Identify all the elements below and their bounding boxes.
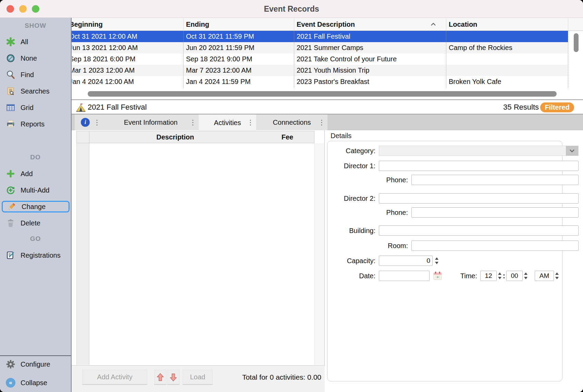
table-row[interactable]: Mar 1 2023 12:00 AM Mar 7 2023 12:00 AM … xyxy=(72,65,568,76)
sidebar-item-add[interactable]: Add xyxy=(0,168,71,180)
record-status-bar: 2021 Fall Festival 35 Results Filtered xyxy=(72,101,583,114)
load-button[interactable]: Load xyxy=(183,370,213,385)
horizontal-scrollbar-thumb[interactable] xyxy=(88,91,557,97)
cell-ending: Jan 4 2024 11:59 PM xyxy=(186,76,294,87)
cell-beginning: Jan 4 2024 12:00 AM xyxy=(72,76,183,87)
sidebar-item-label: Change xyxy=(22,203,46,211)
collapse-chevrons-icon: « xyxy=(5,378,16,388)
details-group-box: Category: Director 1: Phone: Director 2: xyxy=(327,141,562,381)
tab-activities[interactable]: Activities ⋮ xyxy=(199,114,256,131)
director2-field[interactable] xyxy=(379,193,579,204)
move-up-button[interactable] xyxy=(154,370,166,385)
results-count: 35 Results xyxy=(498,101,539,114)
cell-beginning: Sep 18 2021 6:00 PM xyxy=(72,53,183,65)
section-show: SHOW xyxy=(0,22,71,29)
time-hour-field[interactable] xyxy=(480,271,497,281)
director1-phone-row: Phone: xyxy=(327,175,562,185)
kebab-menu-icon[interactable]: ⋮ xyxy=(318,114,325,130)
cell-location: Broken Yolk Cafe xyxy=(449,76,567,87)
category-row: Category: xyxy=(327,146,562,156)
table-row[interactable]: Oct 31 2021 12:00 AM Oct 31 2021 11:59 P… xyxy=(72,31,568,42)
director1-phone-field[interactable] xyxy=(411,175,579,185)
sidebar-item-label: Registrations xyxy=(21,252,61,259)
sidebar-item-collapse[interactable]: « Collapse xyxy=(0,377,71,389)
sidebar-item-multi-add[interactable]: Multi-Add xyxy=(0,184,71,196)
cell-ending: Sep 18 2021 9:00 PM xyxy=(186,53,294,65)
capacity-field[interactable] xyxy=(379,256,433,266)
phone-label: Phone: xyxy=(331,207,408,218)
column-header-location[interactable]: Location xyxy=(449,18,477,31)
filtered-badge[interactable]: Filtered xyxy=(540,102,574,112)
time-minute-field[interactable] xyxy=(506,271,523,281)
capacity-stepper[interactable] xyxy=(434,256,439,265)
sidebar-item-label: Searches xyxy=(21,87,50,95)
column-header-fee[interactable]: Fee xyxy=(261,131,314,143)
column-header-event-description[interactable]: Event Description xyxy=(297,18,355,31)
sidebar-item-label: Configure xyxy=(21,360,50,368)
cell-ending: Oct 31 2021 11:59 PM xyxy=(186,31,294,42)
column-header-description[interactable]: Description xyxy=(90,131,261,143)
kebab-menu-icon[interactable]: ⋮ xyxy=(247,114,254,130)
category-dropdown[interactable] xyxy=(379,146,579,156)
cell-description: 2021 Take Control of your Future xyxy=(297,53,444,65)
tab-event-information[interactable]: Event Information ⋮ xyxy=(103,114,199,130)
search-icon xyxy=(5,70,16,79)
sidebar-item-reports[interactable]: Reports xyxy=(0,118,71,130)
grid-icon xyxy=(5,103,16,112)
move-down-button[interactable] xyxy=(167,370,179,385)
time-ampm-field[interactable] xyxy=(535,271,554,281)
date-label: Date: xyxy=(331,271,375,281)
minute-stepper[interactable] xyxy=(523,271,528,280)
activities-gutter-column xyxy=(76,143,89,365)
tab-label: Connections xyxy=(273,119,311,126)
hour-stepper[interactable] xyxy=(497,271,502,280)
calendar-icon[interactable] xyxy=(433,271,443,281)
activities-scrollbar-track[interactable] xyxy=(314,143,324,365)
sidebar-item-none[interactable]: None xyxy=(0,52,71,64)
sidebar-item-delete[interactable]: Delete xyxy=(0,217,71,229)
cell-location: Camp of the Rockies xyxy=(449,42,567,53)
sidebar-item-all[interactable]: All xyxy=(0,36,71,48)
sidebar-item-configure[interactable]: Configure xyxy=(0,358,71,370)
table-row[interactable]: Sep 18 2021 6:00 PM Sep 18 2021 9:00 PM … xyxy=(72,53,568,65)
capacity-label: Capacity: xyxy=(331,256,375,266)
sidebar-item-label: Collapse xyxy=(21,379,47,387)
kebab-menu-icon[interactable]: ⋮ xyxy=(94,114,100,130)
room-field[interactable] xyxy=(411,241,579,251)
ampm-stepper[interactable] xyxy=(555,271,559,280)
table-row[interactable]: Jun 13 2021 12:00 AM Jun 20 2021 11:59 P… xyxy=(72,42,568,53)
vertical-scrollbar-thumb[interactable] xyxy=(574,33,579,52)
selected-record-title: 2021 Fall Festival xyxy=(88,101,147,114)
registration-form-icon xyxy=(5,250,16,260)
add-activity-button[interactable]: Add Activity xyxy=(82,370,147,385)
info-icon[interactable]: i xyxy=(81,118,90,127)
info-tab-segment[interactable]: i ⋮ xyxy=(75,114,103,130)
kebab-menu-icon[interactable]: ⋮ xyxy=(189,114,196,130)
table-row[interactable]: Jan 4 2024 12:00 AM Jan 4 2024 11:59 PM … xyxy=(72,76,568,87)
date-field[interactable] xyxy=(379,271,430,281)
sidebar-item-label: Add xyxy=(21,170,33,178)
tab-connections[interactable]: Connections ⋮ xyxy=(256,114,327,130)
chevron-down-icon[interactable] xyxy=(566,146,578,156)
building-field[interactable] xyxy=(379,225,579,236)
sidebar-item-grid[interactable]: Grid xyxy=(0,102,71,113)
column-header-beginning[interactable]: Beginning xyxy=(72,18,103,31)
cell-description: 2021 Fall Festival xyxy=(297,31,444,42)
printer-icon xyxy=(5,119,16,129)
director2-phone-field[interactable] xyxy=(411,207,579,218)
title-bar: Event Records xyxy=(0,0,583,18)
category-label: Category: xyxy=(331,146,375,156)
activities-panel: Description Fee xyxy=(72,130,325,365)
sidebar-item-label: Multi-Add xyxy=(21,186,49,194)
column-header-ending[interactable]: Ending xyxy=(186,18,209,31)
sidebar-item-searches[interactable]: Searches xyxy=(0,85,71,97)
sidebar-item-registrations[interactable]: Registrations xyxy=(0,249,71,261)
cell-description: 2021 Youth Mission Trip xyxy=(297,65,444,76)
director1-field[interactable] xyxy=(379,161,579,171)
sidebar-item-change[interactable]: Change xyxy=(2,201,70,212)
sidebar-item-label: Grid xyxy=(21,104,34,112)
sidebar-item-label: Find xyxy=(21,71,34,79)
sidebar-item-find[interactable]: Find xyxy=(0,69,71,81)
sidebar-item-label: None xyxy=(21,54,37,62)
activities-header-row: Description Fee xyxy=(76,131,314,143)
